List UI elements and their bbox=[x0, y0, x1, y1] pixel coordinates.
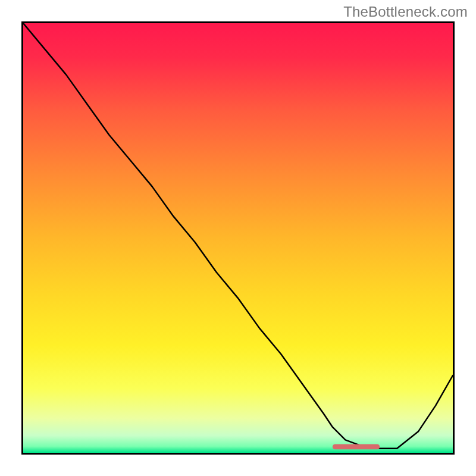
chart-frame bbox=[21, 21, 455, 455]
watermark-text: TheBottleneck.com bbox=[343, 4, 468, 20]
marker-band bbox=[333, 444, 380, 450]
curve-line bbox=[23, 23, 453, 449]
chart-plot bbox=[23, 23, 453, 453]
